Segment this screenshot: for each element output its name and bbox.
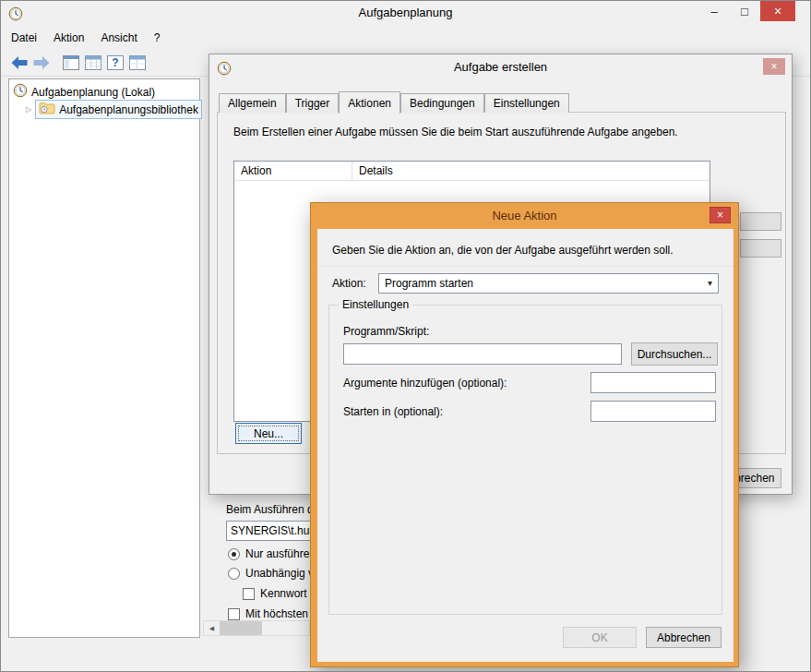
action-dropdown-value: Programm starten <box>385 277 473 290</box>
main-window-title: Aufgabenplanung <box>1 1 810 27</box>
new-action-dialog: Neue Aktion × Geben Sie die Aktion an, d… <box>310 202 739 667</box>
scrollbar-thumb[interactable] <box>220 621 262 635</box>
actions-description: Beim Erstellen einer Aufgabe müssen Sie … <box>233 126 678 138</box>
back-icon[interactable] <box>8 52 30 74</box>
check-row-privileges: Mit höchsten <box>228 607 308 620</box>
close-button[interactable]: × <box>760 1 795 21</box>
checkbox-password[interactable] <box>243 588 255 600</box>
tab-aktionen[interactable]: Aktionen <box>339 91 400 114</box>
forward-icon[interactable] <box>30 52 53 74</box>
ok-button[interactable]: OK <box>563 627 637 648</box>
menu-datei[interactable]: Datei <box>3 29 45 49</box>
run-account-text-fragment: Beim Ausführen d <box>226 503 314 516</box>
create-task-title: Aufgabe erstellen <box>209 54 792 82</box>
detail-view-icon[interactable] <box>126 52 149 74</box>
settings-group-label: Einstellungen <box>339 298 412 311</box>
svg-text:?: ? <box>112 56 118 69</box>
chevron-down-icon: ▾ <box>708 278 712 288</box>
checkbox-privileges-label: Mit höchsten <box>245 607 308 620</box>
actions-list-header: Aktion Details <box>234 162 710 181</box>
scroll-left-icon[interactable]: ◀ <box>204 621 220 635</box>
program-label: Programm/Skript: <box>343 325 429 338</box>
tab-allgemein[interactable]: Allgemein <box>219 93 286 113</box>
hidden-button-fragment-1[interactable] <box>740 212 781 231</box>
menu-help[interactable]: ? <box>146 29 169 49</box>
radio-row-logged-on: Nur ausführen <box>228 547 316 560</box>
new-action-title: Neue Aktion <box>311 203 738 229</box>
column-header-details[interactable]: Details <box>352 162 400 180</box>
separator <box>317 266 733 267</box>
arguments-label: Argumente hinzufügen (optional): <box>343 377 507 390</box>
task-scheduler-window: Aufgabenplanung – □ × Datei Aktion Ansic… <box>0 0 811 672</box>
action-dropdown[interactable]: Programm starten ▾ <box>378 273 719 294</box>
maximize-button[interactable]: □ <box>730 1 759 21</box>
radio-independent-label: Unabhängig v <box>245 567 314 580</box>
tab-strip: Allgemein Trigger Aktionen Bedingungen E… <box>219 90 569 113</box>
menu-aktion[interactable]: Aktion <box>45 29 92 49</box>
list-view-icon[interactable] <box>82 52 104 74</box>
tree-item-library[interactable]: ▷ Aufgabenplanungsbibliothek <box>26 100 202 119</box>
checkbox-privileges[interactable] <box>228 608 240 620</box>
start-in-label: Starten in (optional): <box>343 405 443 418</box>
checkbox-password-label: Kennwort <box>260 587 307 600</box>
radio-row-independent: Unabhängig v <box>228 567 314 580</box>
tree-item-root[interactable]: Aufgabenplanung (Lokal) <box>13 83 155 101</box>
minimize-button[interactable]: – <box>699 1 729 21</box>
action-label: Aktion: <box>332 277 366 290</box>
program-input[interactable] <box>343 343 622 365</box>
radio-logged-on-label: Nur ausführen <box>245 547 316 560</box>
help-icon[interactable]: ? <box>104 52 126 74</box>
expander-icon[interactable]: ▷ <box>26 105 31 114</box>
tree-item-library-label: Aufgabenplanungsbibliothek <box>59 103 198 116</box>
hidden-button-fragment-2[interactable] <box>740 239 781 258</box>
arguments-input[interactable] <box>590 372 716 393</box>
check-row-password: Kennwort <box>243 587 307 600</box>
column-header-aktion[interactable]: Aktion <box>234 162 352 180</box>
browse-button[interactable]: Durchsuchen... <box>631 342 718 366</box>
radio-independent[interactable] <box>228 568 240 580</box>
new-action-description: Geben Sie die Aktion an, die von der Auf… <box>332 244 674 257</box>
horizontal-scrollbar[interactable]: ◀ <box>203 620 310 636</box>
tree-item-root-label: Aufgabenplanung (Lokal) <box>31 86 155 99</box>
console-tree-icon[interactable] <box>60 52 82 74</box>
console-tree-panel: Aufgabenplanung (Lokal) ▷ Aufgabenplanun… <box>8 78 200 638</box>
folder-clock-icon <box>39 102 55 117</box>
radio-logged-on[interactable] <box>228 548 240 560</box>
new-action-client-area: Geben Sie die Aktion an, die von der Auf… <box>317 229 733 662</box>
menu-ansicht[interactable]: Ansicht <box>92 29 145 49</box>
start-in-input[interactable] <box>590 401 716 422</box>
create-task-close-icon[interactable]: × <box>763 58 785 75</box>
new-action-button[interactable]: Neu... <box>235 423 302 444</box>
cancel-button[interactable]: Abbrechen <box>646 627 722 648</box>
tab-bedingungen[interactable]: Bedingungen <box>400 93 484 113</box>
tab-trigger[interactable]: Trigger <box>286 93 340 113</box>
clock-icon <box>13 83 28 101</box>
menu-bar: Datei Aktion Ansicht ? <box>3 29 168 49</box>
tab-einstellungen[interactable]: Einstellungen <box>484 93 569 113</box>
new-action-close-icon[interactable]: × <box>710 207 731 223</box>
